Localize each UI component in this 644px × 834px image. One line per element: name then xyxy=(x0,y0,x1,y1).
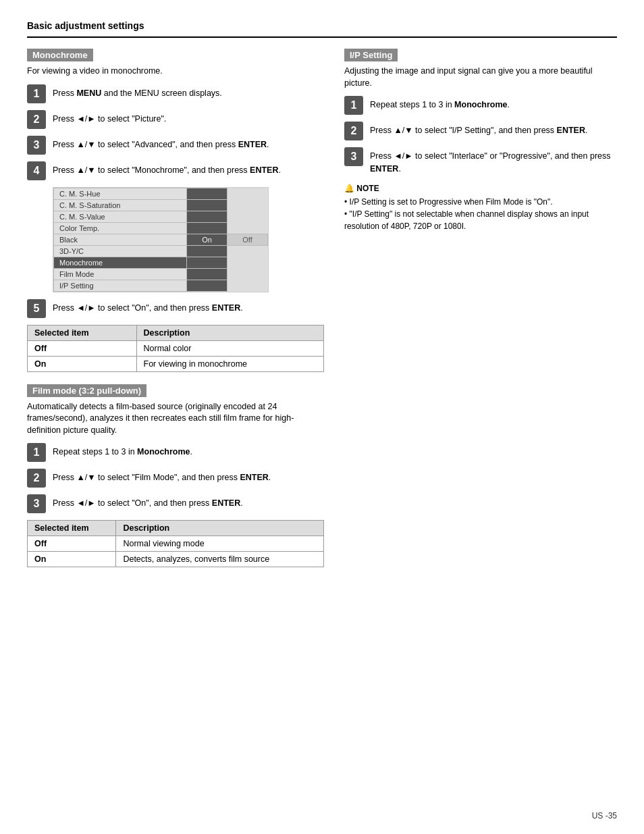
menu-screenshot: C. M. S-Hue C. M. S-Saturation C. M. S-V… xyxy=(53,187,269,292)
page-number: US -35 xyxy=(592,811,617,820)
monochrome-title: Monochrome xyxy=(27,49,93,61)
divider xyxy=(27,36,617,38)
step-text-2: Press ◄/► to select "Picture". xyxy=(53,110,166,126)
note-item-2: "I/P Setting" is not selectable when cha… xyxy=(344,208,614,232)
two-column-layout: Monochrome For viewing a video in monoch… xyxy=(27,49,617,578)
table-cell-item: Off xyxy=(28,340,137,356)
ip-step-number-2: 2 xyxy=(344,122,363,140)
note-item-1: I/P Setting is set to Progressive when F… xyxy=(344,196,614,208)
table-row: On Detects, analyzes, converts film sour… xyxy=(28,552,324,567)
step-number-5: 5 xyxy=(27,299,46,318)
page-title: Basic adjustment settings xyxy=(27,20,617,31)
ip-step-1: 1 Repeat steps 1 to 3 in Monochrome. xyxy=(344,96,614,115)
ip-step-number-3: 3 xyxy=(344,147,363,166)
table-cell-desc: For viewing in monochrome xyxy=(136,356,324,371)
film-mode-desc: Automatically detects a film-based sourc… xyxy=(27,401,324,437)
film-step-3: 3 Press ◄/► to select "On", and then pre… xyxy=(27,494,324,513)
left-column: Monochrome For viewing a video in monoch… xyxy=(27,49,324,578)
note-title: 🔔 NOTE xyxy=(344,182,614,194)
film-table-header-desc: Description xyxy=(116,521,324,536)
ip-step-2: 2 Press ▲/▼ to select "I/P Setting", and… xyxy=(344,122,614,140)
film-step-1: 1 Repeat steps 1 to 3 in Monochrome. xyxy=(27,443,324,462)
monochrome-section: Monochrome For viewing a video in monoch… xyxy=(27,49,324,372)
film-mode-section: Film mode (3:2 pull-down) Automatically … xyxy=(27,384,324,568)
step-text-4: Press ▲/▼ to select "Monochrome", and th… xyxy=(53,161,281,177)
table-row: Off Normal viewing mode xyxy=(28,536,324,552)
ip-step-text-1: Repeat steps 1 to 3 in Monochrome. xyxy=(370,96,510,111)
film-step-number-1: 1 xyxy=(27,443,46,462)
table-cell-item: On xyxy=(28,356,137,371)
film-table-header-item: Selected item xyxy=(28,521,116,536)
step-4: 4 Press ▲/▼ to select "Monochrome", and … xyxy=(27,161,324,180)
step-5: 5 Press ◄/► to select "On", and then pre… xyxy=(27,299,324,318)
step-number-1: 1 xyxy=(27,84,46,103)
film-step-2: 2 Press ▲/▼ to select "Film Mode", and t… xyxy=(27,469,324,488)
ip-step-number-1: 1 xyxy=(344,96,363,115)
ip-setting-section: I/P Setting Adjusting the image and inpu… xyxy=(344,49,614,232)
table-cell-desc: Normal viewing mode xyxy=(116,536,324,552)
film-step-text-2: Press ▲/▼ to select "Film Mode", and the… xyxy=(53,469,271,484)
step-number-4: 4 xyxy=(27,161,46,180)
step-text-1: Press MENU and the MENU screen displays. xyxy=(53,84,222,100)
step-number-2: 2 xyxy=(27,110,46,129)
ip-step-text-2: Press ▲/▼ to select "I/P Setting", and t… xyxy=(370,122,587,137)
film-step-number-3: 3 xyxy=(27,494,46,513)
table-cell-desc: Normal color xyxy=(136,340,324,356)
right-column: I/P Setting Adjusting the image and inpu… xyxy=(344,49,614,578)
monochrome-table: Selected item Description Off Normal col… xyxy=(27,325,324,372)
step-3: 3 Press ▲/▼ to select "Advanced", and th… xyxy=(27,136,324,155)
step-number-3: 3 xyxy=(27,136,46,155)
ip-setting-title: I/P Setting xyxy=(344,49,398,61)
step-2: 2 Press ◄/► to select "Picture". xyxy=(27,110,324,129)
note-box: 🔔 NOTE I/P Setting is set to Progressive… xyxy=(344,182,614,232)
table-header-desc: Description xyxy=(136,325,324,340)
table-cell-item: On xyxy=(28,552,116,567)
table-row: On For viewing in monochrome xyxy=(28,356,324,371)
film-mode-title: Film mode (3:2 pull-down) xyxy=(27,384,146,397)
step-text-5: Press ◄/► to select "On", and then press… xyxy=(53,299,243,315)
table-cell-desc: Detects, analyzes, converts film source xyxy=(116,552,324,567)
film-step-number-2: 2 xyxy=(27,469,46,488)
table-row: Off Normal color xyxy=(28,340,324,356)
table-cell-item: Off xyxy=(28,536,116,552)
ip-step-text-3: Press ◄/► to select "Interlace" or "Prog… xyxy=(370,147,614,176)
film-mode-table: Selected item Description Off Normal vie… xyxy=(27,520,324,567)
ip-setting-desc: Adjusting the image and input signal can… xyxy=(344,66,614,89)
step-1: 1 Press MENU and the MENU screen display… xyxy=(27,84,324,103)
film-step-text-1: Repeat steps 1 to 3 in Monochrome. xyxy=(53,443,192,459)
ip-step-3: 3 Press ◄/► to select "Interlace" or "Pr… xyxy=(344,147,614,176)
table-header-item: Selected item xyxy=(28,325,137,340)
film-step-text-3: Press ◄/► to select "On", and then press… xyxy=(53,494,243,510)
step-text-3: Press ▲/▼ to select "Advanced", and then… xyxy=(53,136,269,151)
monochrome-desc: For viewing a video in monochrome. xyxy=(27,66,324,78)
